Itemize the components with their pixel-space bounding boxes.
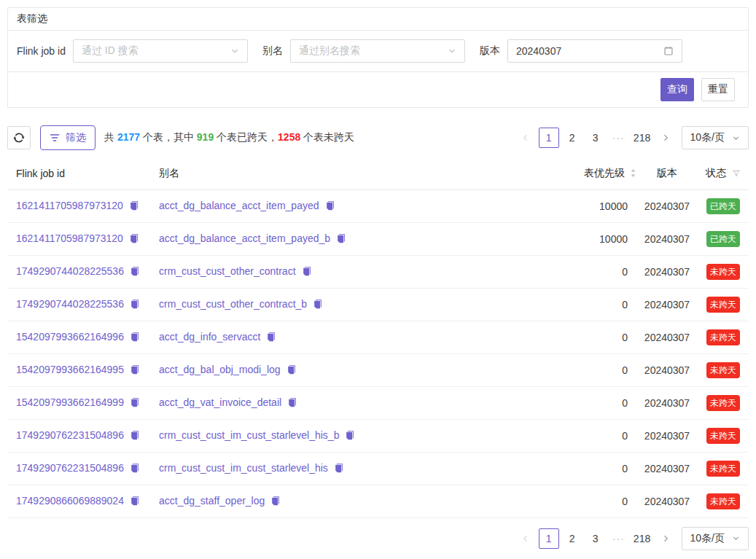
job-id-link[interactable]: 1749290762231504896: [16, 429, 124, 441]
version-date-input[interactable]: 20240307: [507, 39, 682, 63]
alias-link[interactable]: acct_dg_balance_acct_item_payed: [159, 200, 319, 211]
filter-lines-icon: [50, 133, 60, 143]
copy-icon[interactable]: [313, 299, 323, 311]
copy-icon[interactable]: [287, 397, 297, 410]
flink-job-id-label: Flink job id: [17, 45, 66, 57]
chevron-left-icon: [521, 133, 530, 142]
version-cell: 20240307: [636, 353, 698, 386]
flink-job-id-select[interactable]: 通过 ID 搜索: [73, 39, 248, 63]
copy-icon[interactable]: [325, 200, 335, 213]
copy-icon[interactable]: [130, 364, 140, 377]
page-button-2[interactable]: 2: [562, 128, 582, 148]
alias-select[interactable]: 通过别名搜索: [290, 39, 465, 63]
chevron-right-icon: [661, 133, 670, 142]
page-size-value: 10条/页: [690, 131, 725, 144]
copy-icon[interactable]: [287, 364, 297, 377]
filter-toggle-label: 筛选: [66, 131, 86, 144]
alias-label: 别名: [262, 44, 283, 58]
alias-link[interactable]: crm_cust_cust_im_cust_starlevel_his: [159, 462, 328, 474]
job-id-link[interactable]: 1749290762231504896: [16, 462, 124, 474]
copy-icon[interactable]: [130, 299, 140, 311]
job-id-link[interactable]: 1749290744028225536: [16, 298, 124, 310]
status-badge: 未跨天: [706, 362, 740, 378]
prev-page-button[interactable]: [515, 528, 536, 549]
copy-icon[interactable]: [345, 430, 355, 442]
copy-icon[interactable]: [336, 233, 346, 246]
alias-link[interactable]: acct_dg_staff_oper_log: [159, 495, 265, 507]
chevron-down-icon: [230, 47, 239, 55]
next-page-button[interactable]: [655, 528, 676, 549]
copy-icon[interactable]: [130, 332, 140, 344]
status-badge: 未跨天: [706, 461, 740, 477]
query-button[interactable]: 查询: [660, 78, 694, 101]
copy-icon[interactable]: [266, 332, 276, 344]
page-button-1[interactable]: 1: [539, 528, 559, 549]
page-button-218[interactable]: 218: [632, 128, 652, 148]
alias-link[interactable]: crm_cust_cust_other_contract_b: [159, 298, 307, 310]
alias-link[interactable]: acct_dg_info_servacct: [159, 331, 260, 343]
copy-icon[interactable]: [334, 463, 344, 475]
status-badge: 未跨天: [706, 493, 740, 509]
job-id-link[interactable]: 1749290866069889024: [16, 495, 124, 507]
table-row: 1621411705987973120 acct_dg_balance_acct…: [7, 222, 749, 255]
page-button-1[interactable]: 1: [539, 128, 559, 148]
job-id-link[interactable]: 1621411705987973120: [16, 232, 123, 244]
column-header-priority[interactable]: 表优先级: [513, 157, 636, 189]
table-row: 1542097993662164996 acct_dg_info_servacc…: [7, 321, 749, 353]
footer: 123···21810条/页: [7, 527, 749, 559]
alias-link[interactable]: acct_dg_balance_acct_item_payed_b: [159, 232, 330, 244]
status-badge: 未跨天: [706, 329, 740, 345]
table-row: 1542097993662164999 acct_dg_vat_invoice_…: [7, 386, 749, 419]
copy-icon[interactable]: [129, 200, 139, 213]
copy-icon[interactable]: [129, 233, 139, 246]
reset-button[interactable]: 重置: [701, 78, 735, 101]
page-size-select[interactable]: 10条/页: [682, 126, 749, 149]
chevron-down-icon: [732, 134, 740, 142]
copy-icon[interactable]: [270, 496, 281, 508]
version-cell: 20240307: [636, 288, 698, 321]
copy-icon[interactable]: [302, 266, 312, 278]
column-header-status[interactable]: 状态: [698, 157, 749, 189]
page-button-3[interactable]: 3: [585, 128, 606, 148]
job-id-link[interactable]: 1542097993662164996: [16, 331, 124, 343]
page-button-218[interactable]: 218: [632, 528, 652, 549]
alias-link[interactable]: crm_cust_cust_im_cust_starlevel_his_b: [159, 429, 339, 441]
column-header-version[interactable]: 版本: [636, 157, 698, 189]
column-header-alias[interactable]: 别名: [150, 157, 513, 189]
copy-icon[interactable]: [130, 496, 140, 508]
pagination-ellipsis[interactable]: ···: [609, 528, 629, 549]
filter-toggle-button[interactable]: 筛选: [40, 125, 96, 150]
page-button-3[interactable]: 3: [585, 528, 606, 549]
status-badge: 未跨天: [706, 264, 740, 280]
results-table: Flink job id 别名 表优先级 版本 状态 1621411705987…: [7, 157, 749, 518]
prev-page-button[interactable]: [515, 128, 536, 148]
page-size-select[interactable]: 10条/页: [682, 527, 749, 550]
refresh-icon: [13, 132, 25, 144]
alias-link[interactable]: acct_dg_bal_obj_modi_log: [159, 364, 281, 375]
job-id-link[interactable]: 1542097993662164995: [16, 364, 124, 375]
alias-link[interactable]: crm_cust_cust_other_contract: [159, 265, 296, 277]
filter-funnel-icon[interactable]: [732, 169, 741, 178]
table-row: 1749290744028225536 crm_cust_cust_other_…: [7, 288, 749, 321]
sorter-icon[interactable]: [630, 168, 636, 178]
alias-link[interactable]: acct_dg_vat_invoice_detail: [159, 396, 281, 408]
priority-cell: 0: [513, 353, 636, 386]
chevron-down-icon: [732, 534, 740, 542]
table-row: 1749290866069889024 acct_dg_staff_oper_l…: [7, 485, 749, 517]
filter-row: Flink job id 通过 ID 搜索 别名 通过别名搜索 版本 20240…: [8, 31, 748, 72]
job-id-link[interactable]: 1542097993662164999: [16, 396, 124, 408]
version-cell: 20240307: [636, 485, 698, 517]
copy-icon[interactable]: [130, 266, 140, 278]
page-button-2[interactable]: 2: [562, 528, 582, 549]
job-id-link[interactable]: 1621411705987973120: [16, 200, 123, 211]
job-id-link[interactable]: 1749290744028225536: [16, 265, 124, 277]
pagination-ellipsis[interactable]: ···: [609, 128, 629, 148]
copy-icon[interactable]: [130, 463, 140, 475]
chevron-down-icon: [448, 47, 456, 55]
copy-icon[interactable]: [130, 430, 140, 442]
copy-icon[interactable]: [130, 397, 140, 410]
refresh-button[interactable]: [7, 126, 31, 149]
status-badge: 已跨天: [706, 198, 740, 214]
column-header-flink-job-id[interactable]: Flink job id: [7, 157, 150, 189]
next-page-button[interactable]: [655, 128, 676, 148]
